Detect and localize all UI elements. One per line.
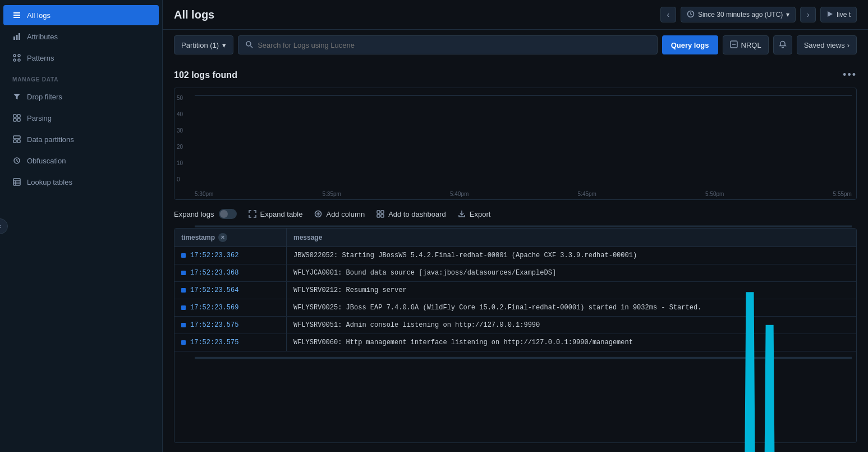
svg-rect-12	[13, 118, 16, 121]
svg-rect-14	[13, 136, 20, 139]
content-area: 102 logs found ••• 50 40 30 20 10 0	[163, 60, 868, 452]
row-indicator	[181, 323, 186, 327]
svg-point-7	[18, 54, 20, 57]
logs-header: 102 logs found •••	[174, 69, 857, 81]
y-label-40: 40	[177, 111, 183, 117]
sidebar-item-data-partitions-label: Data partitions	[27, 135, 74, 144]
svg-rect-5	[19, 33, 20, 40]
svg-rect-2	[13, 17, 20, 18]
nav-prev-button[interactable]: ‹	[660, 7, 676, 22]
svg-point-8	[13, 59, 16, 61]
obfuscation-icon	[12, 156, 21, 165]
sidebar-item-lookup-tables[interactable]: Lookup tables	[3, 172, 159, 192]
time-label: Since 30 minutes ago (UTC)	[698, 11, 783, 19]
bar-chart-icon	[12, 32, 21, 41]
x-label-540: 5:40pm	[450, 191, 469, 197]
row-indicator	[181, 288, 186, 293]
expand-logs-toggle[interactable]	[219, 209, 237, 219]
svg-rect-11	[17, 115, 20, 117]
svg-marker-23	[828, 11, 833, 17]
nrql-label: NRQL	[741, 41, 761, 49]
saved-views-button[interactable]: Saved views ›	[797, 35, 857, 54]
parsing-icon	[12, 113, 21, 122]
row-indicator	[181, 305, 186, 310]
sidebar-item-drop-filters[interactable]: Drop filters	[3, 86, 159, 107]
x-label-535: 5:35pm	[323, 191, 341, 197]
page-title: All logs	[174, 8, 214, 21]
partition-label: Partition (1)	[181, 41, 219, 49]
collapse-sidebar-button[interactable]: ‹	[0, 218, 8, 234]
main-content: All logs ‹ Since 30 minutes ago (UTC) ▾ …	[163, 0, 868, 452]
nav-next-button[interactable]: ›	[800, 7, 816, 22]
play-icon	[826, 11, 833, 19]
sidebar-item-lookup-tables-label: Lookup tables	[27, 178, 72, 186]
saved-views-arrow: ›	[847, 41, 849, 49]
search-icon	[245, 40, 253, 50]
partition-dropdown-icon: ▾	[222, 41, 226, 49]
table-icon	[12, 177, 21, 186]
logs-count: 102 logs found	[174, 70, 237, 80]
header-controls: ‹ Since 30 minutes ago (UTC) ▾ › live t	[660, 7, 857, 22]
x-label-545: 5:45pm	[578, 191, 596, 197]
svg-rect-0	[13, 12, 20, 13]
search-input[interactable]	[258, 41, 650, 49]
svg-rect-4	[16, 35, 18, 40]
log-volume-chart: 50 40 30 20 10 0	[174, 88, 857, 200]
x-label-530: 5:30pm	[195, 191, 213, 197]
toolbar: Partition (1) ▾ Query logs NRQL Saved vi…	[163, 30, 868, 60]
nrql-button[interactable]: NRQL	[723, 35, 769, 54]
sidebar-item-obfuscation-label: Obfuscation	[27, 157, 66, 165]
y-label-0: 0	[177, 176, 183, 182]
partition-button[interactable]: Partition (1) ▾	[174, 35, 233, 54]
time-selector[interactable]: Since 30 minutes ago (UTC) ▾	[681, 7, 796, 22]
sidebar-item-attributes[interactable]: Attributes	[3, 26, 159, 47]
svg-point-9	[18, 59, 20, 61]
page-header: All logs ‹ Since 30 minutes ago (UTC) ▾ …	[163, 0, 868, 30]
query-logs-button[interactable]: Query logs	[662, 35, 718, 54]
row-indicator	[181, 253, 186, 258]
sidebar-item-obfuscation[interactable]: Obfuscation	[3, 150, 159, 171]
row-indicator	[181, 340, 186, 345]
toggle-dot	[220, 210, 228, 218]
svg-rect-3	[13, 36, 15, 40]
more-options-icon[interactable]: •••	[843, 69, 857, 81]
chart-y-labels: 50 40 30 20 10 0	[177, 95, 183, 182]
live-button[interactable]: live t	[820, 7, 857, 22]
search-bar	[238, 35, 657, 54]
live-label: live t	[837, 11, 851, 19]
sidebar-item-patterns-label: Patterns	[27, 54, 54, 62]
sidebar-item-attributes-label: Attributes	[27, 33, 58, 41]
sidebar-item-all-logs-label: All logs	[27, 11, 50, 20]
chart-svg	[195, 95, 852, 452]
partition-icon	[12, 135, 21, 144]
svg-rect-1	[13, 15, 20, 16]
filter-icon	[12, 92, 21, 101]
sidebar: All logs Attributes Patterns MANAGE DATA…	[0, 0, 163, 452]
sidebar-item-parsing[interactable]: Parsing	[3, 108, 159, 128]
y-label-50: 50	[177, 95, 183, 101]
x-label-555: 5:55pm	[833, 191, 852, 197]
sidebar-item-data-partitions[interactable]: Data partitions	[3, 129, 159, 149]
time-dropdown-icon: ▾	[786, 11, 789, 19]
alert-bell-button[interactable]	[773, 35, 792, 54]
chart-x-labels: 5:30pm 5:35pm 5:40pm 5:45pm 5:50pm 5:55p…	[195, 191, 852, 197]
list-icon	[12, 11, 21, 20]
sidebar-item-all-logs[interactable]: All logs	[3, 5, 159, 25]
svg-point-24	[246, 42, 251, 46]
clock-icon	[687, 10, 695, 20]
manage-data-label: MANAGE DATA	[0, 69, 162, 86]
svg-point-6	[13, 54, 16, 57]
y-label-20: 20	[177, 144, 183, 150]
svg-line-25	[251, 45, 253, 48]
sidebar-item-patterns[interactable]: Patterns	[3, 48, 159, 68]
nrql-icon	[730, 40, 738, 50]
svg-rect-16	[17, 140, 20, 143]
pattern-icon	[12, 53, 21, 62]
svg-rect-15	[13, 140, 16, 143]
y-label-10: 10	[177, 160, 183, 166]
sidebar-item-drop-filters-label: Drop filters	[27, 93, 62, 101]
y-label-30: 30	[177, 127, 183, 134]
saved-views-label: Saved views	[804, 41, 845, 49]
row-indicator	[181, 271, 186, 275]
svg-rect-18	[13, 179, 20, 185]
